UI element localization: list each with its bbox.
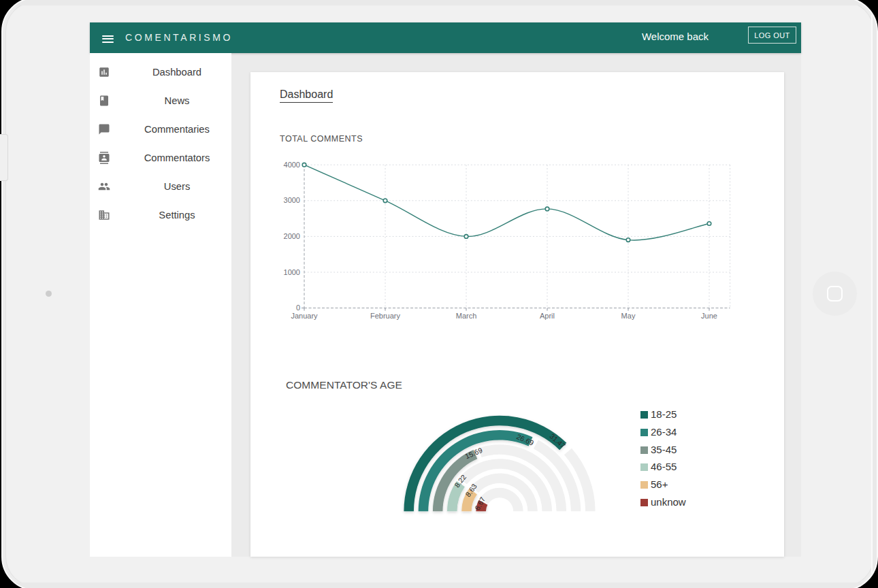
svg-text:4000: 4000 (284, 161, 300, 169)
svg-text:May: May (621, 312, 636, 320)
svg-text:February: February (370, 312, 401, 320)
svg-text:3000: 3000 (284, 196, 300, 204)
svg-text:June: June (701, 312, 717, 320)
svg-text:1000: 1000 (284, 268, 300, 276)
svg-text:2000: 2000 (284, 232, 300, 240)
svg-text:January: January (291, 312, 318, 320)
svg-text:26.69: 26.69 (515, 432, 535, 447)
svg-text:0: 0 (296, 304, 300, 312)
svg-text:April: April (540, 312, 555, 320)
svg-text:March: March (456, 312, 477, 320)
